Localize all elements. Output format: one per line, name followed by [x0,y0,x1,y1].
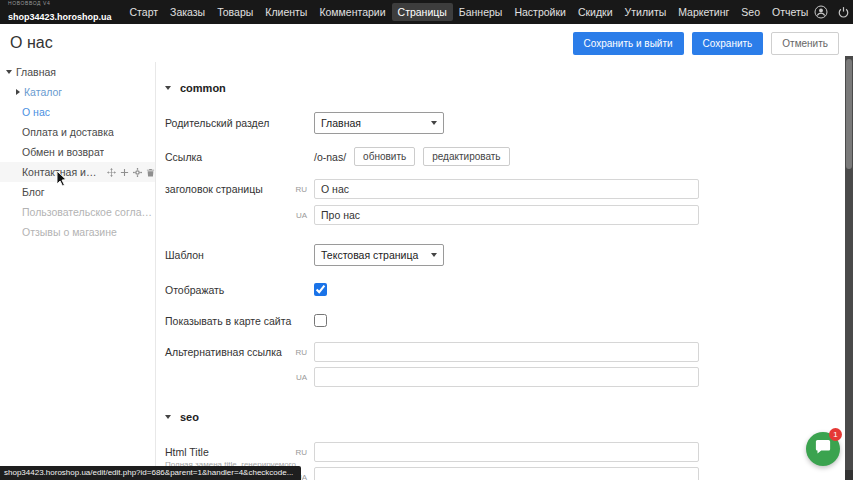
page-edit-form: common Родительский раздел Главная Ссылк… [157,62,845,480]
caret-right-icon [16,89,20,95]
chat-bubble-icon [814,439,832,459]
section-title: seo [180,411,199,423]
section-header-seo[interactable]: seo [165,411,199,423]
chat-widget-button[interactable]: 1 [806,432,840,466]
chevron-down-icon [431,253,437,257]
field-label: заголовок страницы [165,183,293,195]
status-url-tooltip: shop34423.horoshop.ua/edit/edit.php?id=6… [0,466,301,480]
sidebar-item-label: Блог [22,186,45,198]
sidebar-item-label: Каталог [24,86,62,98]
field-row-alt-link-ua: UA [165,367,841,387]
topbar-icons [814,5,853,19]
alt-link-ru-input[interactable] [314,342,699,362]
header-buttons: Сохранить и выйти Сохранить Отменить [573,32,840,55]
sidebar-item-about-us[interactable]: О нас [0,102,155,122]
field-row-page-title-ru: заголовок страницы RU [165,179,841,199]
menu-item-clients[interactable]: Клиенты [259,3,313,21]
link-update-button[interactable]: обновить [354,147,415,166]
menu-item-discounts[interactable]: Скидки [572,3,619,21]
menu-item-settings[interactable]: Настройки [508,3,572,21]
section-header-common[interactable]: common [165,82,226,94]
chat-notification-badge: 1 [829,428,842,441]
sidebar-item-label: Контактная инфор [22,166,101,178]
top-navigation-bar: НОВОВВОД V4 shop34423.horoshop.ua Старт … [0,0,853,24]
add-icon[interactable] [120,168,129,177]
sidebar-item-catalog[interactable]: Каталог [0,82,155,102]
sidebar-item-home[interactable]: Главная [0,62,155,82]
field-row-display: Отображать [165,283,841,296]
app-screen: НОВОВВОД V4 shop34423.horoshop.ua Старт … [0,0,853,480]
field-row-html-title-ru: Html Title Полная замена title, генериру… [165,442,841,462]
sidebar-item-contact-info[interactable]: Контактная инфор [0,162,155,182]
sidebar-item-label: Пользовательское соглашение [22,206,155,218]
menu-item-start[interactable]: Старт [124,3,165,21]
field-label: Альтернативная ссылка [165,346,293,358]
template-select[interactable]: Текстовая страница [314,244,444,266]
field-label: Html Title Полная замена title, генериру… [165,446,293,458]
parent-section-select[interactable]: Главная [314,112,444,134]
sidebar-item-exchange-return[interactable]: Обмен и возврат [0,142,155,162]
menu-item-utilities[interactable]: Утилиты [619,3,673,21]
select-value: Текстовая страница [321,249,418,261]
menu-item-orders[interactable]: Заказы [164,3,211,21]
field-label: Родительский раздел [165,117,293,129]
sitemap-checkbox[interactable] [314,314,327,327]
scrollbar-down-button[interactable] [845,470,853,480]
move-icon[interactable] [107,168,116,177]
scrollbar-thumb[interactable] [846,59,852,169]
page-title: О нас [10,34,53,52]
link-edit-button[interactable]: редактировать [423,147,509,166]
menu-item-reports[interactable]: Отчеты [766,3,814,21]
menu-item-pages[interactable]: Страницы [392,3,453,21]
sidebar-item-blog[interactable]: Блог [0,182,155,202]
field-row-parent-section: Родительский раздел Главная [165,112,841,134]
field-label: Отображать [165,284,293,296]
logo-version-text: НОВОВВОД V4 [8,1,112,6]
tree-item-actions [107,168,155,177]
html-title-ua-input[interactable] [314,467,699,480]
sidebar-item-label: Оплата и доставка [22,126,114,138]
sidebar-item-label: О нас [22,106,50,118]
lang-tag-ru: RU [293,348,307,357]
sidebar-item-store-reviews[interactable]: Отзывы о магазине [0,222,155,242]
caret-down-icon [165,86,171,90]
menu-item-products[interactable]: Товары [211,3,259,21]
logout-power-icon[interactable] [837,6,850,19]
pages-tree-sidebar: Главная Каталог О нас Оплата и доставка … [0,62,156,480]
field-row-link: Ссылка /o-nas/ обновить редактировать [165,147,841,166]
alt-link-ua-input[interactable] [314,367,699,387]
vertical-scrollbar[interactable] [845,56,853,480]
caret-down-icon [6,70,12,74]
display-checkbox[interactable] [314,283,327,296]
field-row-sitemap: Показывать в карте сайта [165,314,841,327]
save-and-exit-button[interactable]: Сохранить и выйти [573,32,684,55]
sidebar-item-label: Отзывы о магазине [22,226,117,238]
field-row-alt-link-ru: Альтернативная ссылка RU [165,342,841,362]
field-row-template: Шаблон Текстовая страница [165,244,841,266]
menu-item-comments[interactable]: Комментарии [313,3,391,21]
cancel-button[interactable]: Отменить [771,32,839,55]
html-title-ru-input[interactable] [314,442,699,462]
lang-tag-ru: RU [293,448,307,457]
menu-item-marketing[interactable]: Маркетинг [672,3,735,21]
page-title-ru-input[interactable] [314,179,699,199]
page-header: О нас Сохранить и выйти Сохранить Отмени… [0,24,845,62]
field-label-text: Html Title [165,446,209,458]
caret-down-icon [165,415,171,419]
link-value: /o-nas/ [314,151,346,163]
select-value: Главная [321,117,361,129]
field-label: Ссылка [165,151,293,163]
trash-icon[interactable] [146,168,155,177]
sidebar-item-user-agreement[interactable]: Пользовательское соглашение [0,202,155,222]
lang-tag-ru: RU [293,185,307,194]
sidebar-item-payment-delivery[interactable]: Оплата и доставка [0,122,155,142]
menu-item-seo[interactable]: Seo [735,3,766,21]
logo[interactable]: НОВОВВОД V4 shop34423.horoshop.ua [8,1,112,23]
user-account-icon[interactable] [814,5,828,19]
lang-tag-ua: UA [293,373,307,382]
gear-icon[interactable] [133,168,142,177]
save-button[interactable]: Сохранить [692,32,764,55]
page-title-ua-input[interactable] [314,205,699,225]
menu-item-banners[interactable]: Баннеры [453,3,509,21]
field-label: Шаблон [165,249,293,261]
